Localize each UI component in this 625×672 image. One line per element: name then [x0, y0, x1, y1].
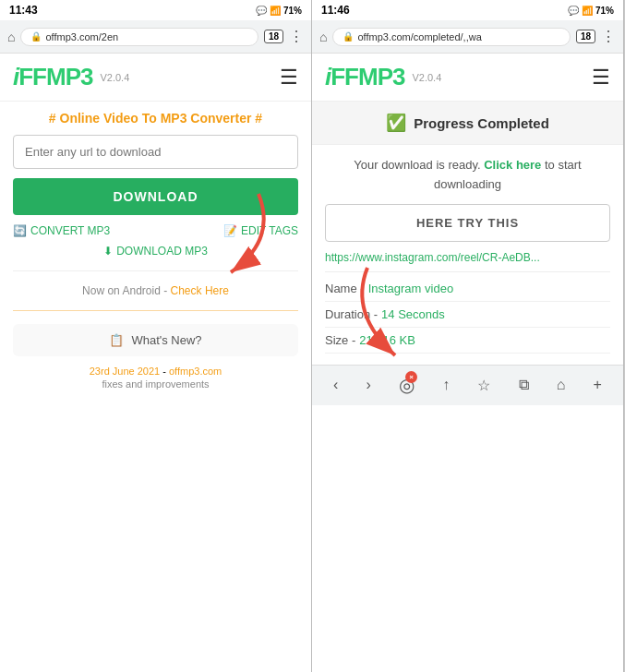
check-here-link[interactable]: Check Here: [171, 284, 229, 297]
check-circle-icon: ✅: [386, 113, 406, 133]
divider-gold: [13, 310, 298, 311]
convert-mp3-link[interactable]: 🔄 CONVERT MP3: [13, 224, 110, 237]
progress-text: Progress Completed: [414, 115, 549, 131]
lock-icon-left: 🔒: [30, 31, 42, 42]
click-here-link[interactable]: Click here: [484, 158, 541, 172]
edit-icon: 📝: [223, 224, 237, 237]
url-input-left[interactable]: [13, 135, 298, 169]
whats-new-section: 📋 What's New?: [13, 324, 298, 356]
signal-icon: 📶: [270, 6, 281, 16]
menu-dots-left[interactable]: ⋮: [289, 28, 304, 45]
edit-tags-link[interactable]: 📝 EDIT TAGS: [223, 224, 298, 237]
logo-text-left: iFFMP3: [13, 63, 92, 91]
status-bar-right: 11:46 💬 📶 71%: [312, 0, 623, 20]
status-bar-left: 11:43 💬 📶 71%: [0, 0, 311, 20]
hamburger-right[interactable]: ☰: [592, 66, 610, 90]
lock-icon-right: 🔒: [343, 31, 354, 42]
recent-btn[interactable]: ⧉: [519, 377, 529, 393]
name-value[interactable]: Instagram video: [368, 282, 454, 295]
logo-right: iFFMP3 V2.0.4: [325, 63, 441, 91]
status-icons-left: 💬 📶 71%: [256, 6, 302, 16]
browser-chrome-left: ⌂ 🔒 offmp3.com/2en 18 ⋮: [0, 20, 311, 54]
blog-entry: 23rd June 2021 - offmp3.com fixes and im…: [13, 366, 298, 390]
duration-label: Duration -: [325, 307, 378, 321]
action-links: 🔄 CONVERT MP3 📝 EDIT TAGS ⬇ DOWNLOAD MP3: [13, 224, 298, 258]
download-mp3-link[interactable]: ⬇ DOWNLOAD MP3: [13, 245, 298, 258]
tab-count-left[interactable]: 18: [264, 30, 283, 43]
site-header-right: iFFMP3 V2.0.4 ☰: [312, 54, 623, 102]
back-btn[interactable]: ‹: [333, 377, 338, 393]
status-icons-right: 💬 📶 71%: [568, 6, 614, 16]
browser-chrome-right: ⌂ 🔒 offmp3.com/completed/,,wa 18 ⋮: [312, 20, 623, 54]
home-nav-left[interactable]: ⌂: [7, 30, 15, 44]
blog-site[interactable]: offmp3.com: [169, 366, 222, 377]
address-bar-left[interactable]: 🔒 offmp3.com/2en: [20, 28, 258, 46]
download-ready-text: Your download is ready. Click here to st…: [325, 156, 610, 195]
instagram-url[interactable]: https://www.instagram.com/reel/CR-AeDB..…: [325, 251, 610, 272]
hamburger-left[interactable]: ☰: [280, 66, 298, 90]
size-value: 211.16 KB: [359, 333, 415, 347]
blog-desc: fixes and improvements: [13, 378, 298, 390]
left-page-content: iFFMP3 V2.0.4 ☰ # Online Video To MP3 Co…: [0, 54, 311, 672]
download-icon: ⬇: [103, 245, 113, 258]
address-bar-right[interactable]: 🔒 offmp3.com/completed/,,wa: [332, 28, 570, 46]
forward-btn[interactable]: ›: [367, 377, 371, 393]
battery-right: 71%: [595, 6, 614, 16]
url-left: offmp3.com/2en: [45, 31, 118, 42]
right-phone: 11:46 💬 📶 71% ⌂ 🔒 offmp3.com/completed/,…: [312, 0, 624, 672]
version-left: V2.0.4: [100, 72, 129, 83]
right-page-content: iFFMP3 V2.0.4 ☰ ✅ Progress Completed You…: [312, 54, 623, 672]
logo-left: iFFMP3 V2.0.4: [13, 63, 129, 91]
bookmark-btn[interactable]: ☆: [477, 377, 490, 394]
right-content: Your download is ready. Click here to st…: [312, 145, 623, 365]
version-right: V2.0.4: [412, 72, 441, 83]
battery-left: 71%: [283, 6, 302, 16]
duration-value[interactable]: 14 Seconds: [381, 307, 445, 321]
left-phone: 11:43 💬 📶 71% ⌂ 🔒 offmp3.com/2en 18 ⋮: [0, 0, 312, 672]
android-banner: Now on Android - Check Here: [13, 284, 298, 297]
page-title-left: # Online Video To MP3 Converter #: [13, 111, 298, 126]
site-header-left: iFFMP3 V2.0.4 ☰: [0, 54, 311, 102]
time-right: 11:46: [321, 4, 350, 17]
logo-italic-left: i: [13, 63, 18, 90]
tab-badge: ×: [405, 371, 417, 383]
home-nav-right[interactable]: ⌂: [319, 30, 327, 44]
url-right: offmp3.com/completed/,,wa: [357, 31, 481, 42]
logo-italic-right: i: [325, 63, 331, 90]
add-tab-btn[interactable]: +: [594, 377, 602, 393]
tab-count-right[interactable]: 18: [576, 30, 595, 43]
time-left: 11:43: [9, 4, 38, 17]
home-btn[interactable]: ⌂: [557, 377, 566, 393]
download-button[interactable]: DOWNLOAD: [13, 178, 298, 215]
here-try-button[interactable]: HERE TRY THIS: [325, 204, 610, 242]
panel-content-left: # Online Video To MP3 Converter # DOWNLO…: [0, 102, 311, 399]
whatsapp-icon-right: 💬: [568, 6, 579, 16]
name-label: Name -: [325, 282, 365, 295]
whatsapp-icon: 💬: [256, 6, 267, 16]
blog-date[interactable]: 23rd June 2021: [90, 366, 160, 377]
menu-dots-right[interactable]: ⋮: [601, 28, 616, 45]
logo-text-right: iFFMP3: [325, 63, 404, 91]
browser-nav-right: ‹ › ◎ × ↑ ☆ ⧉ ⌂ +: [312, 365, 623, 405]
signal-icon-right: 📶: [582, 6, 593, 16]
size-label: Size -: [325, 333, 355, 347]
file-duration-row: Duration - 14 Seconds: [325, 307, 610, 328]
convert-icon: 🔄: [13, 224, 27, 237]
divider-1: [13, 270, 298, 271]
progress-banner: ✅ Progress Completed: [312, 102, 623, 145]
browser-tab-icon[interactable]: ◎ ×: [399, 374, 415, 396]
file-size-row: Size - 211.16 KB: [325, 333, 610, 354]
note-icon: 📋: [109, 333, 124, 347]
file-info: Name - Instagram video Duration - 14 Sec…: [325, 282, 610, 354]
share-btn[interactable]: ↑: [442, 377, 450, 393]
file-name-row: Name - Instagram video: [325, 282, 610, 302]
